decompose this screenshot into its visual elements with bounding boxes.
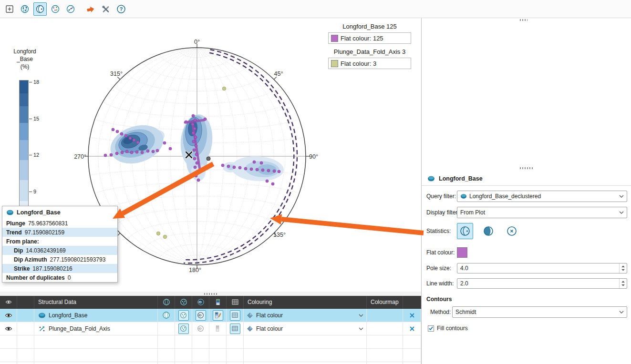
table-column-header-icon — [227, 296, 244, 308]
data-table-toggle[interactable] — [227, 309, 244, 322]
grid-icon — [231, 312, 238, 319]
pole-size-row: Pole size: 4.0 — [422, 262, 631, 274]
plot-legend: Longford_Base 125 Flat colour: 125 Plung… — [328, 22, 411, 73]
fill-contours-checkbox[interactable] — [428, 325, 434, 332]
colourmap-edit-icon — [214, 312, 221, 319]
rose-plot-icon — [51, 4, 60, 14]
colourmap-edit-icon — [214, 325, 221, 332]
fisher-icon — [506, 225, 517, 237]
panel-horizontal-splitter[interactable] — [422, 166, 631, 170]
display-filter-dropdown[interactable]: From Plot — [457, 207, 627, 218]
mesh-icon — [427, 175, 435, 182]
azimuth-label-270: 270° — [74, 153, 86, 160]
flat-colour-swatch[interactable] — [457, 247, 467, 258]
azimuth-label-135: 135° — [273, 232, 286, 238]
flat-colour-row: Flat colour: — [422, 246, 631, 259]
contours-icon — [197, 298, 205, 306]
colourmap-icon — [214, 298, 222, 306]
line-width-input[interactable]: 2.0 — [457, 278, 627, 289]
method-label: Method: — [430, 309, 452, 315]
contours-column-header — [192, 296, 209, 308]
display-filter-label: Display filter — [422, 209, 457, 216]
spinner-arrows-icon — [621, 280, 625, 287]
statistics-fisher-button[interactable] — [504, 223, 520, 239]
panel-top-splitter-handle[interactable] — [520, 19, 528, 21]
svg-text:?: ? — [120, 6, 123, 12]
mesh-icon — [38, 312, 46, 319]
contours-toggle[interactable] — [192, 309, 209, 322]
export-button[interactable] — [84, 2, 97, 16]
stereonet-data-button[interactable] — [18, 2, 31, 16]
mean-plane-icon — [459, 225, 471, 237]
colouring-dropdown[interactable]: Flat colour — [244, 309, 367, 322]
visibility-toggle[interactable] — [0, 322, 17, 335]
tooltip-row: Dip Azimuth277.15908021593793 — [2, 255, 117, 264]
remove-row-button[interactable] — [403, 322, 421, 335]
statistics-mean-plane-button[interactable] — [457, 223, 473, 239]
eye-icon — [5, 325, 12, 333]
colourmap-cell[interactable] — [367, 309, 403, 322]
visibility-toggle[interactable] — [0, 309, 17, 322]
legend-entry[interactable]: Flat colour: 125 — [328, 32, 411, 44]
colouring-dropdown[interactable]: Flat colour — [244, 322, 367, 335]
structural-data-header: Structural Data — [34, 296, 158, 308]
stereonet-poles-icon — [180, 298, 187, 306]
row-name-cell[interactable]: Longford_Base — [34, 309, 158, 322]
poles-toggle[interactable] — [175, 322, 192, 335]
empty-table-row — [0, 349, 421, 362]
plot-table-splitter[interactable] — [0, 292, 421, 296]
add-plot-button[interactable] — [3, 2, 16, 16]
contours-toggle[interactable] — [192, 322, 209, 335]
stereonet-toggle[interactable] — [158, 309, 175, 322]
azimuth-label-0: 0° — [194, 39, 200, 45]
fold-axis-icon — [38, 325, 46, 333]
colourmap-edit-toggle[interactable] — [209, 309, 227, 322]
scatter-plot-button[interactable] — [64, 2, 77, 16]
stereonet-data-icon — [20, 4, 30, 14]
colourmap-edit-toggle[interactable] — [209, 322, 227, 335]
options-button[interactable] — [99, 2, 113, 16]
checkmark-icon — [428, 325, 434, 331]
tooltip-row: From plane: — [2, 237, 117, 246]
mesh-icon — [6, 209, 14, 216]
fill-contours-label: Fill contours — [437, 325, 468, 332]
colourmap-column-header-icon — [209, 296, 227, 308]
data-table-toggle[interactable] — [227, 322, 244, 335]
spinner-arrows-icon — [621, 264, 625, 272]
query-filter-label: Query filter: — [422, 193, 457, 200]
spinner-buttons[interactable] — [619, 263, 627, 273]
stereonet-column-header — [158, 296, 175, 308]
poles-column-header — [175, 296, 192, 308]
legend-entry[interactable]: Flat colour: 3 — [328, 58, 411, 69]
help-button[interactable]: ? — [114, 2, 128, 16]
stereonet-toggle[interactable] — [158, 322, 175, 335]
stereonet-poles-icon — [180, 312, 187, 319]
panel-header: Longford_Base — [422, 172, 631, 186]
contours-section-label: Contours — [422, 294, 631, 304]
statistics-bingham-button[interactable] — [480, 223, 497, 239]
spacer-cell — [17, 309, 34, 322]
remove-row-button[interactable] — [403, 309, 421, 322]
row-name-cell[interactable]: Plunge_Data_Fold_Axis — [34, 322, 158, 335]
poles-toggle[interactable] — [175, 309, 192, 322]
spinner-buttons[interactable] — [619, 279, 627, 288]
scatter-plot-icon — [66, 4, 75, 14]
stereonet-plot-button[interactable] — [33, 2, 47, 16]
table-row-plunge-data-fold-axis[interactable]: Plunge_Data_Fold_Axis Flat colour — [0, 322, 421, 335]
method-dropdown[interactable]: Schmidt — [452, 306, 627, 318]
query-filter-dropdown[interactable]: Longford_Base_declustered — [457, 191, 627, 202]
table-row-longford-base[interactable]: Longford_Base Flat colour — [0, 309, 421, 322]
pole-size-input[interactable]: 4.0 — [457, 263, 627, 273]
tooltip-row: Trend97.1590802159 — [2, 228, 117, 237]
colourmap-cell[interactable] — [367, 322, 403, 335]
rose-plot-button[interactable] — [49, 2, 62, 16]
panel-title: Longford_Base — [439, 175, 483, 182]
stereonet-poles-icon — [180, 325, 187, 332]
contours-icon — [197, 312, 204, 319]
spacer-column-header — [17, 296, 34, 308]
eye-icon — [5, 299, 12, 305]
chevron-down-icon — [619, 195, 624, 198]
tooltip-row: Dip14.0362439169 — [2, 246, 117, 255]
legend-title: Longford_Base 125 — [328, 23, 411, 30]
tooltip-row: Plunge75.9637560831 — [2, 219, 117, 228]
